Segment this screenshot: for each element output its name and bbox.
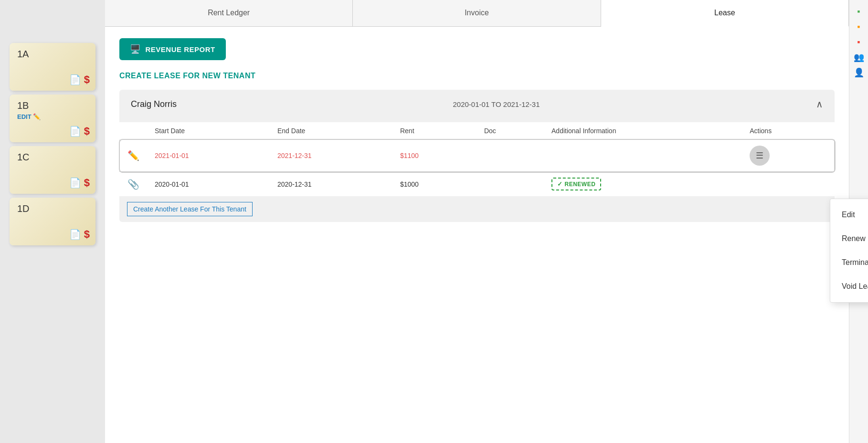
row-2-end-date: 2020-12-31: [270, 172, 392, 197]
unit-label-1d: 1D: [17, 203, 88, 214]
unit-label-1a: 1A: [17, 49, 88, 60]
dropdown-menu: Edit Renew Terminate Early Void Lease: [830, 199, 868, 303]
row-1-actions[interactable]: ☰: [742, 140, 834, 172]
tab-lease[interactable]: Lease: [601, 0, 849, 27]
row-2-rent: $1000: [392, 172, 476, 197]
sidebar-icon-2[interactable]: ▪: [851, 20, 867, 33]
row-1-icon-cell: ✏️: [120, 140, 148, 172]
dropdown-item-terminate[interactable]: Terminate Early: [830, 251, 868, 274]
revenue-icon: 🖥️: [130, 44, 141, 54]
menu-icon: ☰: [756, 150, 763, 161]
col-icon: [120, 122, 148, 140]
create-lease-link[interactable]: CREATE LEASE FOR NEW TENANT: [119, 72, 835, 80]
pdf-icon-1b: 📄: [69, 126, 81, 137]
table-header-row: Start Date End Date Rent Doc Additional …: [120, 122, 835, 140]
create-another-lease-button[interactable]: Create Another Lease For This Tenant: [127, 202, 253, 216]
tenant-section: Craig Norris 2020-01-01 TO 2021-12-31 ∧ …: [119, 90, 835, 222]
tab-bar: Rent Ledger Invoice Lease: [105, 0, 849, 27]
row-1-rent: $1100: [392, 140, 476, 172]
chevron-up-icon: ∧: [816, 98, 823, 110]
table-wrapper: Start Date End Date Rent Doc Additional …: [119, 118, 835, 222]
tenant-header[interactable]: Craig Norris 2020-01-01 TO 2021-12-31 ∧: [119, 90, 835, 118]
unit-card-1a[interactable]: 1A 📄 $: [10, 43, 95, 91]
unit-icons-1d: 📄 $: [69, 228, 90, 241]
dollar-icon-1a: $: [84, 74, 90, 86]
col-rent: Rent: [392, 122, 476, 140]
tenant-name: Craig Norris: [131, 99, 177, 109]
unit-label-1b: 1B: [17, 100, 88, 111]
row-2-icon-cell: 📎: [120, 172, 148, 197]
row-1-end-date: 2021-12-31: [270, 140, 392, 172]
content-area: 🖥️ REVENUE REPORT CREATE LEASE FOR NEW T…: [105, 27, 849, 443]
actions-menu-button[interactable]: ☰: [750, 146, 770, 166]
row-2-additional-info: RENEWED: [544, 172, 742, 197]
row-1-start-date: 2021-01-01: [147, 140, 270, 172]
col-end-date: End Date: [270, 122, 392, 140]
unit-card-1d[interactable]: 1D 📄 $: [10, 198, 95, 245]
col-additional-info: Additional Information: [544, 122, 742, 140]
unit-label-1c: 1C: [17, 152, 88, 163]
unit-icons-1c: 📄 $: [69, 177, 90, 189]
lease-table: Start Date End Date Rent Doc Additional …: [119, 122, 835, 196]
renewed-badge: RENEWED: [551, 178, 601, 190]
row-1-doc: [476, 140, 544, 172]
pdf-icon-1a: 📄: [69, 74, 81, 85]
dropdown-item-edit[interactable]: Edit: [830, 203, 868, 227]
unit-card-1b[interactable]: 1B EDIT ✏️ 📄 $: [10, 95, 95, 142]
pdf-icon-1d: 📄: [69, 229, 81, 240]
tenant-date-range: 2020-01-01 TO 2021-12-31: [177, 100, 816, 108]
row-2-doc: [476, 172, 544, 197]
edit-link-1b[interactable]: EDIT ✏️: [17, 113, 88, 120]
col-start-date: Start Date: [147, 122, 270, 140]
sidebar-icon-3[interactable]: ▪: [851, 35, 867, 49]
table-row: ✏️ 2021-01-01 2021-12-31 $1100 ☰: [120, 140, 835, 172]
sidebar-icon-5[interactable]: 👤: [851, 66, 867, 79]
sidebar-icon-1[interactable]: ▪: [851, 5, 867, 18]
dropdown-item-void[interactable]: Void Lease: [830, 274, 868, 298]
edit-icon: ✏️: [127, 150, 139, 161]
tab-invoice[interactable]: Invoice: [353, 0, 601, 26]
revenue-report-button[interactable]: 🖥️ REVENUE REPORT: [119, 38, 226, 60]
col-doc: Doc: [476, 122, 544, 140]
col-actions: Actions: [742, 122, 834, 140]
row-1-additional-info: [544, 140, 742, 172]
attach-icon: 📎: [127, 179, 139, 190]
sidebar-icon-4[interactable]: 👥: [851, 51, 867, 64]
row-2-start-date: 2020-01-01: [147, 172, 270, 197]
unit-icons-1a: 📄 $: [69, 74, 90, 86]
unit-icons-1b: 📄 $: [69, 125, 90, 137]
dollar-icon-1b: $: [84, 125, 90, 137]
row-2-actions: [742, 172, 834, 197]
pdf-icon-1c: 📄: [69, 177, 81, 189]
tab-rent-ledger[interactable]: Rent Ledger: [105, 0, 353, 26]
dollar-icon-1d: $: [84, 228, 90, 241]
dropdown-item-renew[interactable]: Renew: [830, 227, 868, 251]
main-content: Rent Ledger Invoice Lease 🖥️ REVENUE REP…: [105, 0, 849, 443]
dollar-icon-1c: $: [84, 177, 90, 189]
unit-card-1c[interactable]: 1C 📄 $: [10, 146, 95, 194]
table-row: 📎 2020-01-01 2020-12-31 $1000 RENEWED: [120, 172, 835, 197]
left-sidebar: 1A 📄 $ 1B EDIT ✏️ 📄 $ 1C 📄 $ 1D 📄 $: [0, 0, 105, 443]
